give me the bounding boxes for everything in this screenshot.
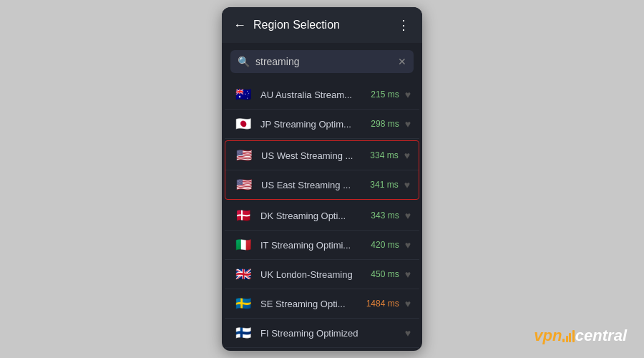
ping-value: 343 ms bbox=[371, 211, 399, 221]
list-item[interactable]: 🇦🇺 AU Australia Stream... 215 ms ♥ bbox=[225, 80, 419, 110]
ping-value: 420 ms bbox=[371, 240, 399, 250]
us-flag-icon: 🇺🇸 bbox=[234, 178, 254, 192]
search-bar[interactable]: 🔍 streaming ✕ bbox=[230, 50, 414, 73]
search-input[interactable]: streaming bbox=[255, 56, 398, 67]
au-flag-icon: 🇦🇺 bbox=[233, 87, 253, 102]
favorite-icon[interactable]: ♥ bbox=[405, 89, 411, 100]
ping-value: 341 ms bbox=[370, 180, 398, 190]
clear-search-button[interactable]: ✕ bbox=[398, 56, 406, 67]
page-title: Region Selection bbox=[253, 19, 340, 32]
region-name: US East Streaming ... bbox=[261, 180, 370, 190]
header-left: ← Region Selection bbox=[233, 18, 340, 33]
list-item[interactable]: 🇺🇸 US East Streaming ... 341 ms ♥ bbox=[225, 170, 419, 199]
vpn-brand-text: vpn bbox=[534, 326, 562, 345]
list-item[interactable]: 🇸🇪 SE Streaming Opti... 1484 ms ♥ bbox=[225, 289, 419, 319]
list-item[interactable]: 🇫🇮 FI Streaming Optimized ♥ bbox=[225, 319, 419, 348]
list-item[interactable]: 🇩🇰 DK Streaming Opti... 343 ms ♥ bbox=[225, 201, 419, 231]
list-item[interactable]: 🇮🇹 IT Streaming Optimi... 420 ms ♥ bbox=[225, 231, 419, 260]
region-name: IT Streaming Optimi... bbox=[260, 240, 371, 251]
ping-value: 334 ms bbox=[370, 150, 398, 160]
region-name: SE Streaming Opti... bbox=[260, 299, 366, 309]
ping-value: 215 ms bbox=[371, 90, 399, 100]
favorite-icon[interactable]: ♥ bbox=[405, 327, 411, 339]
back-button[interactable]: ← bbox=[233, 18, 246, 33]
uk-flag-icon: 🇬🇧 bbox=[233, 267, 253, 281]
vpncentral-watermark: vpn central bbox=[534, 326, 627, 345]
list-item[interactable]: 🇺🇸 US West Streaming ... 334 ms ♥ bbox=[225, 141, 419, 170]
highlighted-region-group: 🇺🇸 US West Streaming ... 334 ms ♥ 🇺🇸 US … bbox=[225, 140, 419, 200]
ping-value: 1484 ms bbox=[366, 299, 399, 309]
ping-value: 298 ms bbox=[371, 119, 399, 129]
favorite-icon[interactable]: ♥ bbox=[404, 179, 410, 190]
jp-flag-icon: 🇯🇵 bbox=[233, 117, 253, 131]
region-name: AU Australia Stream... bbox=[260, 90, 371, 100]
signal-bars-icon bbox=[562, 330, 575, 342]
se-flag-icon: 🇸🇪 bbox=[233, 296, 253, 311]
dk-flag-icon: 🇩🇰 bbox=[233, 208, 253, 223]
region-name: US West Streaming ... bbox=[261, 150, 370, 161]
favorite-icon[interactable]: ♥ bbox=[404, 150, 410, 161]
list-item[interactable]: 🇬🇧 UK London-Streaming 450 ms ♥ bbox=[225, 260, 419, 289]
region-name: DK Streaming Opti... bbox=[260, 211, 371, 221]
phone-app: ← Region Selection ⋮ 🔍 streaming ✕ 🇦🇺 AU… bbox=[222, 7, 422, 351]
ping-value: 450 ms bbox=[371, 269, 399, 279]
favorite-icon[interactable]: ♥ bbox=[405, 268, 411, 280]
app-header: ← Region Selection ⋮ bbox=[222, 7, 422, 43]
menu-button[interactable]: ⋮ bbox=[397, 17, 411, 33]
favorite-icon[interactable]: ♥ bbox=[405, 239, 411, 251]
region-list: 🇦🇺 AU Australia Stream... 215 ms ♥ 🇯🇵 JP… bbox=[222, 80, 422, 351]
fi-flag-icon: 🇫🇮 bbox=[233, 326, 253, 340]
region-name: UK London-Streaming bbox=[260, 269, 371, 280]
favorite-icon[interactable]: ♥ bbox=[405, 118, 411, 130]
central-brand-text: central bbox=[575, 326, 627, 345]
list-item[interactable]: 🇯🇵 JP Streaming Optim... 298 ms ♥ bbox=[225, 110, 419, 139]
it-flag-icon: 🇮🇹 bbox=[233, 238, 253, 252]
us-flag-icon: 🇺🇸 bbox=[234, 148, 254, 163]
region-name: FI Streaming Optimized bbox=[260, 328, 399, 339]
region-name: JP Streaming Optim... bbox=[260, 119, 371, 130]
favorite-icon[interactable]: ♥ bbox=[405, 298, 411, 309]
favorite-icon[interactable]: ♥ bbox=[405, 210, 411, 221]
search-icon: 🔍 bbox=[238, 56, 250, 67]
